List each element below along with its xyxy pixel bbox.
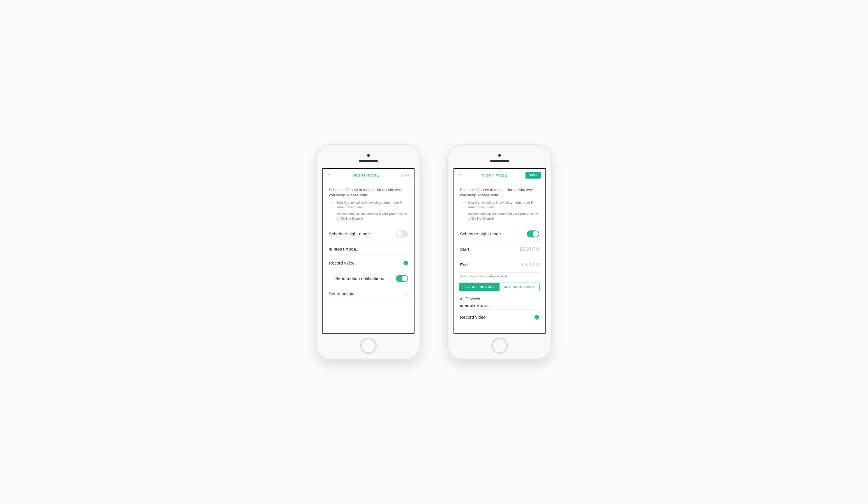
phone-earpiece <box>359 160 378 162</box>
record-video-label: Record video <box>329 260 354 265</box>
in-night-mode-header: IN NIGHT MODE... <box>328 242 409 255</box>
record-video-label: Record video <box>460 315 486 320</box>
schedule-toggle[interactable] <box>396 230 408 237</box>
divider <box>328 301 409 302</box>
schedule-label: Schedule night mode <box>460 231 501 236</box>
intro-bullet: Notifications will be silenced if your p… <box>332 212 408 223</box>
record-video-radio[interactable] <box>403 261 408 265</box>
navbar: NIGHT MODE SAVE <box>323 169 414 182</box>
device-scope-segmented[interactable]: SET ALL DEVICES SET EACH DEVICE <box>459 282 540 291</box>
intro-block: Schedule Canary to monitor for activity … <box>459 182 540 226</box>
schedule-toggle[interactable] <box>527 230 539 237</box>
phone-home-button <box>492 338 508 354</box>
navbar: NIGHT MODE SAVE <box>454 169 545 182</box>
in-night-mode-header: IN NIGHT MODE... <box>459 301 540 309</box>
end-time-label: End <box>460 262 468 267</box>
start-time-value: 10:00 PM <box>519 247 539 252</box>
intro-bullet: Notifications will be silenced if your p… <box>463 212 539 223</box>
back-arrow-icon <box>458 172 463 177</box>
navbar-title: NIGHT MODE <box>353 173 379 177</box>
set-private-label: Set to private <box>329 291 354 296</box>
intro-bullet: Your Canary will only switch to night mo… <box>463 200 539 211</box>
record-video-radio[interactable] <box>535 315 539 320</box>
phone-mockup-left: NIGHT MODE SAVE Schedule Canary to monit… <box>316 144 421 360</box>
schedule-helper-text: Schedule applies 7 days a week. <box>459 273 540 282</box>
motion-notifications-row[interactable]: Send motion notifications <box>328 271 409 286</box>
phone-earpiece <box>490 160 509 162</box>
end-time-value: 6:00 AM <box>522 262 539 267</box>
motion-notifications-toggle[interactable] <box>396 275 408 282</box>
record-video-row[interactable]: Record video <box>459 310 540 325</box>
screen-content: Schedule Canary to monitor for activity … <box>323 182 414 333</box>
intro-bullet: Your Canary will only switch to night mo… <box>332 200 408 211</box>
app-screen-right: NIGHT MODE SAVE Schedule Canary to monit… <box>454 168 546 333</box>
end-time-row[interactable]: End 6:00 AM <box>459 257 540 272</box>
intro-bullets: Your Canary will only switch to night mo… <box>329 198 408 222</box>
schedule-label: Schedule night mode <box>329 231 370 236</box>
schedule-row[interactable]: Schedule night mode <box>459 226 540 241</box>
segment-set-each-device[interactable]: SET EACH DEVICE <box>499 283 539 291</box>
set-private-row[interactable]: Set to private <box>328 286 409 301</box>
navbar-title: NIGHT MODE <box>482 173 507 177</box>
save-button[interactable]: SAVE <box>400 174 410 177</box>
phone-mockup-right: NIGHT MODE SAVE Schedule Canary to monit… <box>447 144 552 360</box>
save-button[interactable]: SAVE <box>526 172 541 178</box>
intro-bullets: Your Canary will only switch to night mo… <box>460 198 539 222</box>
segment-set-all-devices[interactable]: SET ALL DEVICES <box>459 283 499 291</box>
app-screen-left: NIGHT MODE SAVE Schedule Canary to monit… <box>322 168 414 333</box>
back-button[interactable] <box>327 172 332 178</box>
intro-text: Schedule Canary to monitor for activity … <box>460 187 539 198</box>
schedule-row[interactable]: Schedule night mode <box>328 226 409 241</box>
set-private-radio[interactable] <box>403 292 408 296</box>
intro-text: Schedule Canary to monitor for activity … <box>329 187 408 198</box>
screen-content: Schedule Canary to monitor for activity … <box>454 182 545 333</box>
back-arrow-icon <box>327 172 332 177</box>
start-time-row[interactable]: Start 10:00 PM <box>459 242 540 257</box>
phone-home-button <box>360 338 376 354</box>
start-time-label: Start <box>460 247 469 252</box>
motion-notifications-label: Send motion notifications <box>329 276 384 281</box>
intro-block: Schedule Canary to monitor for activity … <box>328 182 409 226</box>
all-devices-label: All Devices <box>459 294 540 301</box>
record-video-row[interactable]: Record video <box>328 256 409 271</box>
back-button[interactable] <box>458 172 463 178</box>
